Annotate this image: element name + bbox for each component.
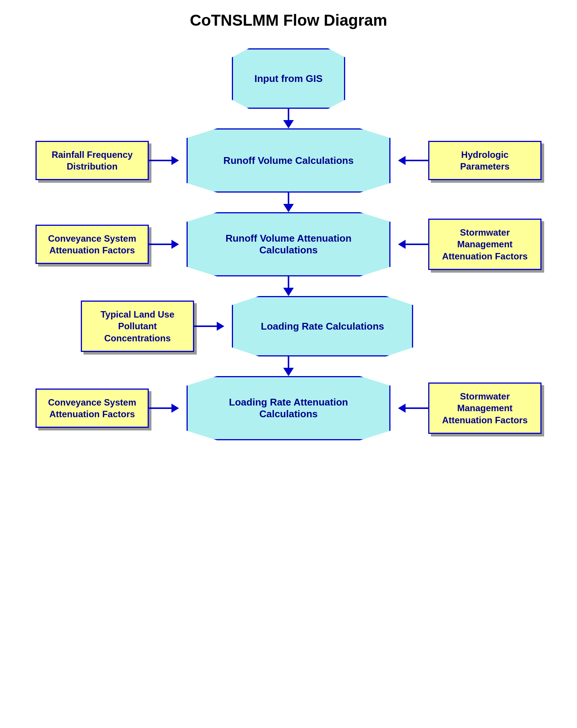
conveyance2-box: Conveyance System Attenuation Factors: [35, 389, 149, 428]
loading-calc-col: Loading Rate Calculations: [232, 296, 413, 356]
arrow-runoff-calc-down: [81, 193, 496, 212]
arrow-right-conv2: [171, 404, 179, 413]
side-left-conveyance1: Conveyance System Attenuation Factors: [35, 225, 187, 264]
stormwater2-box: Stormwater Management Attenuation Factor…: [428, 383, 542, 434]
hydrologic-box: Hydrologic Parameters: [428, 141, 542, 180]
arrowdown3: [283, 288, 294, 296]
hydrologic-connector: Hydrologic Parameters: [398, 141, 542, 180]
page-title: CoTNSLMM Flow Diagram: [190, 11, 387, 29]
arrow-gis-to-runoff: [81, 109, 496, 128]
h-line-conv1: [149, 244, 171, 245]
row-loading-atten: Conveyance System Attenuation Factors Lo…: [81, 376, 496, 440]
runoff-atten-node: Runoff Volume Attenuation Calculations: [187, 212, 390, 276]
side-right-hydrologic: Hydrologic Parameters: [390, 141, 542, 180]
rainfall-box: Rainfall Frequency Distribution: [35, 141, 149, 180]
row-runoff-atten: Conveyance System Attenuation Factors Ru…: [81, 212, 496, 276]
loading-atten-col: Loading Rate Attenuation Calculations: [187, 376, 390, 440]
stormwater1-connector: Stormwater Management Attenuation Factor…: [398, 219, 542, 270]
stormwater1-box: Stormwater Management Attenuation Factor…: [428, 219, 542, 270]
vline2: [288, 193, 289, 204]
conveyance2-connector: Conveyance System Attenuation Factors: [35, 389, 179, 428]
h-line-rainfall: [149, 160, 171, 161]
side-right-stormwater2: Stormwater Management Attenuation Factor…: [390, 383, 542, 434]
row-runoff-calc: Rainfall Frequency Distribution Runoff V…: [81, 128, 496, 193]
arrow-runoff-atten-down: [81, 276, 496, 296]
vline4: [288, 356, 289, 368]
side-left-conveyance2: Conveyance System Attenuation Factors: [35, 389, 187, 428]
h-line-conv2: [149, 407, 171, 409]
input-gis-col: Input from GIS: [232, 48, 345, 109]
row-input-gis: Input from GIS: [81, 48, 496, 109]
flow-diagram: Input from GIS Rainfall Frequency Distri…: [81, 45, 496, 440]
side-right-stormwater1: Stormwater Management Attenuation Factor…: [390, 219, 542, 270]
h-line-landuse: [194, 325, 217, 327]
arrow-loading-calc-down: [81, 356, 496, 376]
runoff-atten-col: Runoff Volume Attenuation Calculations: [187, 212, 390, 276]
vline1: [288, 109, 289, 120]
arrow-right-conv1: [171, 240, 179, 249]
arrow-left-sw1: [398, 240, 406, 249]
row-loading-calc: Typical Land Use Pollutant Concentration…: [81, 296, 496, 356]
landuse-box: Typical Land Use Pollutant Concentration…: [81, 301, 194, 352]
runoff-calc-col: Runoff Volume Calculations: [187, 128, 390, 193]
rainfall-connector: Rainfall Frequency Distribution: [35, 141, 179, 180]
arrowdown1: [283, 120, 294, 128]
side-left-landuse: Typical Land Use Pollutant Concentration…: [81, 301, 232, 352]
loading-atten-node: Loading Rate Attenuation Calculations: [187, 376, 390, 440]
h-line-sw2: [406, 407, 428, 409]
arrow-right-landuse: [217, 322, 224, 331]
side-left-rainfall: Rainfall Frequency Distribution: [35, 141, 187, 180]
landuse-connector: Typical Land Use Pollutant Concentration…: [81, 301, 224, 352]
vline3: [288, 276, 289, 288]
h-line-hydrologic: [406, 160, 428, 161]
arrowdown4: [283, 368, 294, 376]
stormwater2-connector: Stormwater Management Attenuation Factor…: [398, 383, 542, 434]
conveyance1-box: Conveyance System Attenuation Factors: [35, 225, 149, 264]
loading-calc-node: Loading Rate Calculations: [232, 296, 413, 356]
arrow-left-hydrologic: [398, 156, 406, 165]
h-line-sw1: [406, 244, 428, 245]
arrow-left-sw2: [398, 404, 406, 413]
conveyance1-connector: Conveyance System Attenuation Factors: [35, 225, 179, 264]
arrowdown2: [283, 204, 294, 212]
input-gis-node: Input from GIS: [232, 48, 345, 109]
runoff-calc-node: Runoff Volume Calculations: [187, 128, 390, 193]
arrow-right-rainfall: [171, 156, 179, 165]
